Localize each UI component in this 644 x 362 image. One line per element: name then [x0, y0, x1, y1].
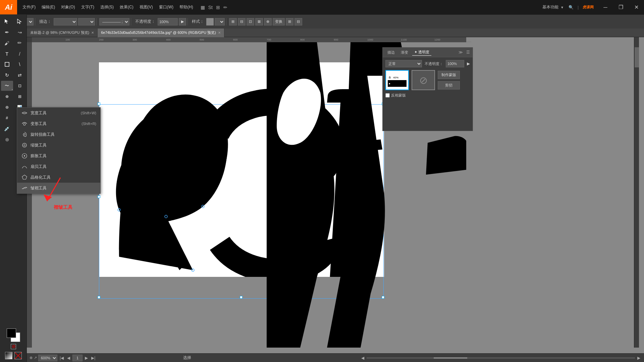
vscroll-thumb[interactable]: [635, 47, 639, 67]
ctx-item-fan[interactable]: 扇贝工具: [17, 161, 100, 172]
svg-rect-30: [388, 80, 407, 87]
mode-label[interactable]: 基本功能: [542, 4, 558, 10]
puppet-warp-tool[interactable]: ⊕: [1, 92, 13, 102]
mode-dropdown-icon[interactable]: ▾: [561, 5, 563, 10]
clip-button[interactable]: 剪切: [438, 81, 460, 89]
sel-handle-bl[interactable]: [98, 296, 100, 299]
align-btn[interactable]: ⊞: [229, 18, 237, 25]
ungroup-btn[interactable]: ⊠: [255, 18, 263, 25]
shape-tools-row: \: [0, 59, 26, 69]
opacity-input[interactable]: [158, 18, 178, 25]
brush-icon[interactable]: ✏: [223, 5, 227, 10]
reflect-tool[interactable]: ⇄: [14, 70, 26, 80]
group-btn[interactable]: ⊡: [247, 18, 254, 25]
minimize-button[interactable]: ─: [598, 0, 613, 14]
pencil-tool[interactable]: ✏: [14, 38, 26, 48]
layer-thumbnail[interactable]: a 40% ■: [385, 70, 409, 90]
stroke-select[interactable]: [54, 18, 77, 25]
menu-view[interactable]: 视图(V): [137, 3, 156, 11]
last-page-btn[interactable]: ▶|: [90, 356, 96, 360]
type-tool[interactable]: T: [1, 49, 13, 59]
extra-btn2[interactable]: ⊟: [294, 18, 302, 25]
warp-tool[interactable]: 〜 ▾: [1, 81, 13, 91]
first-page-btn[interactable]: |◀: [59, 356, 65, 360]
arrange-icon[interactable]: ▦: [201, 5, 205, 10]
pathfinder-btn[interactable]: ⊕: [264, 18, 272, 25]
style-swatch[interactable]: [206, 18, 214, 25]
ctx-item-deform[interactable]: 变形工具 (Shift+R): [17, 118, 100, 129]
menu-window[interactable]: 窗口(W): [156, 3, 176, 11]
menu-edit[interactable]: 编辑(E): [39, 3, 58, 11]
panel-expand-button[interactable]: ≫: [459, 50, 463, 55]
invert-mask-checkbox[interactable]: [385, 93, 390, 98]
menu-select[interactable]: 选择(S): [98, 3, 116, 11]
extra-btn1[interactable]: ⊞: [286, 18, 293, 25]
menu-object[interactable]: 对象(O): [58, 3, 77, 11]
scroll-left-btn[interactable]: ◀: [360, 356, 365, 360]
scroll-right-btn[interactable]: ▶: [636, 356, 641, 360]
blend-tool[interactable]: ◎: [1, 134, 13, 144]
ctx-item-bloat[interactable]: 膨胀工具: [17, 150, 100, 161]
pattern-swatch[interactable]: [14, 352, 22, 359]
hscroll-track[interactable]: [367, 357, 635, 359]
prev-page-btn[interactable]: ◀: [66, 356, 71, 360]
foreground-color[interactable]: [7, 328, 16, 338]
tab-1-close[interactable]: ✕: [91, 31, 94, 35]
make-mask-button[interactable]: 制作蒙版: [438, 71, 460, 79]
panel-tab-stroke[interactable]: 描边: [385, 49, 397, 56]
distribute-btn[interactable]: ⊟: [238, 18, 246, 25]
transform-label-btn[interactable]: 变换: [273, 18, 285, 25]
menu-effect[interactable]: 效果(C): [117, 3, 136, 11]
stroke-width-select[interactable]: [78, 18, 95, 25]
menu-help[interactable]: 帮助(H): [177, 3, 196, 11]
stroke-end-select[interactable]: ————— 基本: [99, 18, 129, 25]
search-icon[interactable]: 🔍: [569, 5, 574, 10]
vertical-scrollbar[interactable]: [634, 37, 639, 348]
direct-selection-tool[interactable]: [14, 16, 26, 26]
maximize-button[interactable]: ❐: [613, 0, 629, 14]
menu-text[interactable]: 文字(T): [78, 3, 97, 11]
blend-mode-select[interactable]: 正常: [385, 60, 422, 67]
next-page-btn[interactable]: ▶: [84, 356, 89, 360]
pen-tool[interactable]: ✒: [1, 27, 13, 37]
zoom-select[interactable]: 600%: [38, 355, 57, 361]
svg-text:1200: 1200: [434, 38, 440, 41]
gradient-swatch[interactable]: [5, 352, 12, 359]
sel-handle-bm[interactable]: [240, 296, 243, 299]
page-input[interactable]: [72, 355, 83, 361]
free-transform-tool[interactable]: ⊡: [14, 81, 26, 91]
toolbar-blend-group: ————— 基本: [98, 18, 131, 25]
tab-2[interactable]: 6e74b33e53d0aa5d5256b47d49dc53a.jpg* @ 6…: [98, 28, 224, 37]
symbol-tool[interactable]: ⊛: [1, 102, 13, 112]
ctx-item-twirl[interactable]: 旋转扭曲工具: [17, 129, 100, 140]
opacity-play-btn[interactable]: ▶: [179, 18, 186, 25]
panel-tab-transparency[interactable]: ✦ 透明度: [412, 49, 431, 56]
transparency-body: 正常 不透明度： ▶ a 40% ■ ⊘ 制作蒙版 剪切: [383, 57, 473, 101]
paintbrush-tool[interactable]: 🖌: [1, 38, 13, 48]
opacity-arrow-panel[interactable]: ▶: [467, 61, 470, 66]
curvature-tool[interactable]: ↝: [14, 27, 26, 37]
shape-builder-tool[interactable]: ⊞: [14, 92, 26, 102]
rotate-tool[interactable]: ↻: [1, 70, 13, 80]
selection-tool[interactable]: [1, 16, 13, 26]
panel-menu-button[interactable]: ☰: [466, 50, 470, 55]
line2-tool[interactable]: \: [14, 59, 26, 69]
mask-thumbnail-empty[interactable]: ⊘: [412, 70, 435, 90]
tab-1[interactable]: 未标题-2 @ 98% (CMYK/GPU 预览) ✕: [27, 28, 98, 37]
style-select[interactable]: [215, 18, 225, 25]
ctx-item-width[interactable]: 宽度工具 (Shift+W): [17, 108, 100, 118]
panel-tab-gradient[interactable]: 渐变: [399, 49, 410, 56]
mesh-tool[interactable]: #: [1, 113, 13, 123]
opacity-input-panel[interactable]: [446, 60, 464, 67]
line-tool[interactable]: /: [14, 49, 26, 59]
close-button[interactable]: ✕: [629, 0, 644, 14]
menu-file[interactable]: 文件(F): [20, 3, 38, 11]
eyedropper-tool[interactable]: 💉: [1, 124, 13, 134]
hscroll-thumb[interactable]: [434, 357, 467, 359]
none-color[interactable]: ⊘: [11, 344, 16, 349]
tab-2-close[interactable]: ✕: [218, 31, 221, 35]
ctx-item-pucker[interactable]: 缩拢工具: [17, 140, 100, 150]
fan-tool-icon: [21, 163, 28, 170]
rect-tool[interactable]: [1, 59, 13, 69]
grid-icon[interactable]: ⊞: [216, 5, 220, 10]
